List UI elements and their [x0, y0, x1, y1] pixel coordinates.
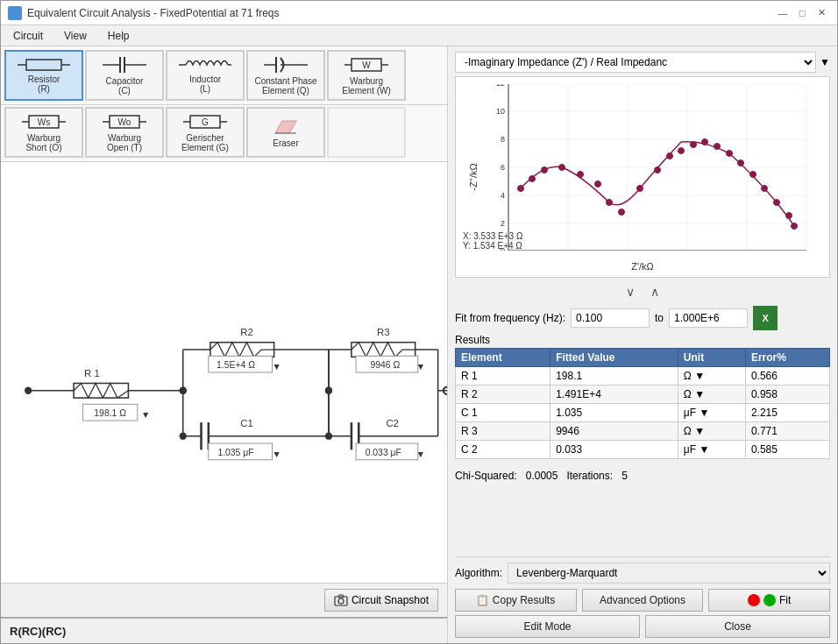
table-row: R 3 9946 Ω ▼ 0.771	[456, 422, 830, 441]
svg-rect-1	[26, 60, 61, 70]
cell-value: 0.033	[550, 441, 678, 459]
menu-circuit[interactable]: Circuit	[8, 28, 48, 44]
unit-dropdown-icon[interactable]: ▼	[699, 443, 709, 456]
svg-text:4: 4	[501, 191, 505, 200]
unit-text: Ω	[684, 388, 692, 400]
frequency-from-input[interactable]	[571, 308, 650, 328]
frequency-row: Fit from frequency (Hz): to X	[455, 306, 830, 330]
svg-text:2: 2	[501, 219, 505, 228]
fit-label: Fit	[779, 594, 791, 606]
cell-element: C 1	[456, 404, 550, 422]
cell-value: 9946	[550, 422, 678, 441]
svg-text:10: 10	[496, 107, 505, 116]
nav-prev-button[interactable]: ∨	[621, 283, 640, 301]
action-buttons-row1: 📋 Copy Results Advanced Options Fit	[455, 589, 830, 612]
algorithm-select[interactable]: Levenberg-Marquardt Simplex Genetic Algo…	[508, 563, 830, 584]
close-button[interactable]: Close	[645, 615, 830, 638]
tool-inductor[interactable]: Inductor(L)	[166, 50, 245, 101]
toolbar-row1: Resistor(R) Capacitor(C)	[1, 46, 447, 105]
menu-view[interactable]: View	[59, 28, 92, 44]
tool-warburg-short-label: WarburgShort (O)	[25, 133, 61, 152]
chart-type-select[interactable]: -Imaginary Impedance (Z') / Real Impedan…	[455, 52, 816, 73]
copy-results-button[interactable]: 📋 Copy Results	[455, 589, 577, 612]
svg-point-82	[180, 433, 187, 440]
advanced-options-button[interactable]: Advanced Options	[582, 589, 704, 612]
tool-inductor-label: Inductor(L)	[189, 74, 221, 94]
chart-dropdown-icon: ▼	[820, 56, 830, 68]
unit-text: μF	[684, 443, 696, 456]
maximize-button[interactable]: □	[793, 5, 811, 21]
cell-error: 0.771	[745, 422, 829, 441]
coord-x: X: 3.533 E+3 Ω	[463, 231, 522, 241]
fit-indicator	[748, 594, 760, 606]
svg-text:1.5E+4 Ω: 1.5E+4 Ω	[217, 360, 255, 370]
svg-text:▼: ▼	[141, 410, 150, 420]
iterations-value: 5	[621, 470, 628, 482]
svg-text:▼: ▼	[416, 449, 425, 459]
coord-y: Y: 1.534 E+4 Ω	[463, 241, 522, 251]
circuit-snapshot-button[interactable]: Circuit Snapshot	[324, 589, 438, 612]
unit-dropdown-icon[interactable]: ▼	[699, 407, 709, 419]
nav-next-button[interactable]: ∧	[645, 283, 664, 301]
edit-mode-button[interactable]: Edit Mode	[455, 615, 640, 638]
cell-error: 0.585	[745, 441, 829, 459]
svg-text:▼: ▼	[416, 362, 425, 372]
table-row: C 1 1.035 μF ▼ 2.215	[456, 404, 830, 422]
advanced-options-label: Advanced Options	[600, 594, 685, 606]
svg-point-124	[678, 148, 685, 154]
svg-text:1.035 μF: 1.035 μF	[217, 448, 253, 457]
capacitor-symbol	[103, 55, 146, 74]
chart-header: -Imaginary Impedance (Z') / Real Impedan…	[455, 52, 830, 73]
fit-indicator-green	[763, 594, 776, 606]
action-buttons-row2: Edit Mode Close	[455, 615, 830, 638]
frequency-to-input[interactable]	[669, 308, 748, 328]
tool-warburg-short[interactable]: Ws WarburgShort (O)	[4, 107, 83, 158]
excel-icon: X	[762, 313, 768, 323]
circuit-area[interactable]: R 1 198.1 Ω ▼ R2	[1, 162, 447, 583]
title-bar-controls: — □ ✕	[774, 5, 830, 21]
results-section: Results Element Fitted Value Unit Error%…	[455, 334, 830, 551]
warburg-short-symbol: Ws	[22, 112, 66, 131]
svg-text:R 1: R 1	[84, 368, 100, 379]
tool-gerischer[interactable]: G GerischerElement (G)	[166, 107, 245, 158]
window-title: Equivalent Circuit Analysis - FixedPoten…	[27, 7, 279, 19]
tool-resistor[interactable]: Resistor(R)	[4, 50, 83, 101]
col-error: Error%	[745, 349, 829, 367]
unit-text: Ω	[684, 425, 692, 437]
cell-element: R 2	[456, 386, 550, 404]
svg-point-79	[325, 387, 332, 394]
chi-squared-value: 0.0005	[526, 470, 558, 482]
tool-capacitor[interactable]: Capacitor(C)	[85, 50, 164, 101]
cell-error: 0.958	[745, 386, 829, 404]
cell-value: 1.491E+4	[550, 386, 678, 404]
tool-warburg-open-label: WarburgOpen (T)	[107, 133, 142, 152]
unit-dropdown-icon[interactable]: ▼	[694, 370, 705, 382]
cell-unit: Ω ▼	[678, 386, 745, 404]
tool-eraser-label: Eraser	[273, 138, 298, 148]
svg-text:8: 8	[501, 135, 505, 144]
svg-text:Wo: Wo	[118, 117, 131, 127]
svg-text:12: 12	[496, 84, 505, 88]
menu-help[interactable]: Help	[103, 28, 135, 44]
close-window-button[interactable]: ✕	[813, 5, 830, 21]
minimize-button[interactable]: —	[774, 5, 792, 21]
fit-button[interactable]: Fit	[708, 589, 830, 612]
col-fitted-value: Fitted Value	[550, 349, 678, 367]
tool-eraser[interactable]: Eraser	[246, 107, 325, 158]
svg-text:G: G	[202, 117, 209, 127]
svg-marker-28	[275, 121, 296, 133]
camera-icon	[334, 594, 348, 606]
tool-warburg[interactable]: W WarburgElement (W)	[327, 50, 406, 101]
excel-export-button[interactable]: X	[753, 306, 778, 330]
status-bar: R(RC)(RC)	[1, 617, 447, 643]
table-row: R 2 1.491E+4 Ω ▼ 0.958	[456, 386, 830, 404]
circuit-diagram: R 1 198.1 Ω ▼ R2	[1, 162, 447, 583]
warburg-open-symbol: Wo	[103, 112, 146, 131]
svg-point-77	[25, 387, 32, 394]
svg-point-120	[619, 209, 625, 216]
svg-point-83	[325, 433, 332, 440]
unit-dropdown-icon[interactable]: ▼	[694, 388, 705, 400]
tool-warburg-open[interactable]: Wo WarburgOpen (T)	[85, 107, 164, 158]
tool-cpe[interactable]: Constant PhaseElement (Q)	[246, 50, 325, 101]
unit-dropdown-icon[interactable]: ▼	[694, 425, 705, 437]
